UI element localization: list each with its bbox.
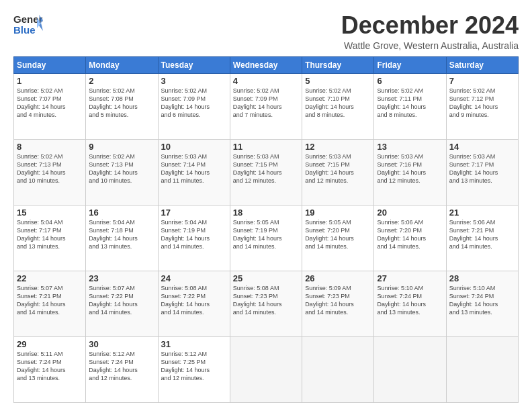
day-number: 17 xyxy=(161,208,227,218)
day-info: Sunrise: 5:02 AM Sunset: 7:13 PM Dayligh… xyxy=(17,152,83,185)
day-number: 7 xyxy=(449,76,515,86)
table-row: 19Sunrise: 5:05 AM Sunset: 7:20 PM Dayli… xyxy=(302,205,374,271)
table-row: 1Sunrise: 5:02 AM Sunset: 7:07 PM Daylig… xyxy=(14,73,86,139)
day-info: Sunrise: 5:03 AM Sunset: 7:17 PM Dayligh… xyxy=(449,152,515,185)
day-info: Sunrise: 5:02 AM Sunset: 7:09 PM Dayligh… xyxy=(161,87,227,120)
table-row: 3Sunrise: 5:02 AM Sunset: 7:09 PM Daylig… xyxy=(158,73,230,139)
table-row: 22Sunrise: 5:07 AM Sunset: 7:21 PM Dayli… xyxy=(14,271,86,336)
table-row xyxy=(446,336,518,402)
table-row: 18Sunrise: 5:05 AM Sunset: 7:19 PM Dayli… xyxy=(230,205,302,271)
table-row: 10Sunrise: 5:03 AM Sunset: 7:14 PM Dayli… xyxy=(158,139,230,205)
day-info: Sunrise: 5:07 AM Sunset: 7:22 PM Dayligh… xyxy=(89,284,154,317)
day-number: 3 xyxy=(161,76,227,86)
table-row: 12Sunrise: 5:03 AM Sunset: 7:15 PM Dayli… xyxy=(302,139,374,205)
svg-text:Blue: Blue xyxy=(13,24,36,36)
day-info: Sunrise: 5:03 AM Sunset: 7:15 PM Dayligh… xyxy=(233,152,299,185)
day-number: 30 xyxy=(89,339,154,349)
day-number: 10 xyxy=(161,142,227,152)
col-saturday: Saturday xyxy=(446,56,518,73)
day-number: 19 xyxy=(305,208,371,218)
table-row: 21Sunrise: 5:06 AM Sunset: 7:21 PM Dayli… xyxy=(446,205,518,271)
day-number: 28 xyxy=(449,273,515,283)
table-row: 29Sunrise: 5:11 AM Sunset: 7:24 PM Dayli… xyxy=(14,336,86,402)
table-row xyxy=(230,336,302,402)
day-info: Sunrise: 5:05 AM Sunset: 7:19 PM Dayligh… xyxy=(233,218,299,251)
day-info: Sunrise: 5:09 AM Sunset: 7:23 PM Dayligh… xyxy=(305,284,371,317)
day-info: Sunrise: 5:10 AM Sunset: 7:24 PM Dayligh… xyxy=(377,284,443,317)
table-row: 17Sunrise: 5:04 AM Sunset: 7:19 PM Dayli… xyxy=(158,205,230,271)
day-number: 8 xyxy=(17,142,83,152)
calendar-week-4: 22Sunrise: 5:07 AM Sunset: 7:21 PM Dayli… xyxy=(14,271,519,336)
calendar-table: Sunday Monday Tuesday Wednesday Thursday… xyxy=(13,56,519,403)
day-info: Sunrise: 5:12 AM Sunset: 7:25 PM Dayligh… xyxy=(161,350,227,383)
table-row: 15Sunrise: 5:04 AM Sunset: 7:17 PM Dayli… xyxy=(14,205,86,271)
day-number: 2 xyxy=(89,76,154,86)
table-row: 23Sunrise: 5:07 AM Sunset: 7:22 PM Dayli… xyxy=(86,271,158,336)
day-info: Sunrise: 5:06 AM Sunset: 7:20 PM Dayligh… xyxy=(377,218,443,251)
day-number: 26 xyxy=(305,273,371,283)
calendar-week-1: 1Sunrise: 5:02 AM Sunset: 7:07 PM Daylig… xyxy=(14,73,519,139)
col-sunday: Sunday xyxy=(14,56,86,73)
table-row: 8Sunrise: 5:02 AM Sunset: 7:13 PM Daylig… xyxy=(14,139,86,205)
day-number: 14 xyxy=(449,142,515,152)
col-tuesday: Tuesday xyxy=(158,56,230,73)
calendar-week-2: 8Sunrise: 5:02 AM Sunset: 7:13 PM Daylig… xyxy=(14,139,519,205)
day-number: 1 xyxy=(17,76,83,86)
day-info: Sunrise: 5:10 AM Sunset: 7:24 PM Dayligh… xyxy=(449,284,515,317)
month-title: December 2024 xyxy=(341,12,519,39)
table-row: 7Sunrise: 5:02 AM Sunset: 7:12 PM Daylig… xyxy=(446,73,518,139)
day-info: Sunrise: 5:04 AM Sunset: 7:19 PM Dayligh… xyxy=(161,218,227,251)
day-number: 11 xyxy=(233,142,299,152)
day-info: Sunrise: 5:03 AM Sunset: 7:15 PM Dayligh… xyxy=(305,152,371,185)
day-number: 16 xyxy=(89,208,154,218)
day-info: Sunrise: 5:08 AM Sunset: 7:22 PM Dayligh… xyxy=(161,284,227,317)
table-row: 31Sunrise: 5:12 AM Sunset: 7:25 PM Dayli… xyxy=(158,336,230,402)
table-row: 2Sunrise: 5:02 AM Sunset: 7:08 PM Daylig… xyxy=(86,73,158,139)
day-info: Sunrise: 5:02 AM Sunset: 7:07 PM Dayligh… xyxy=(17,87,83,120)
day-number: 22 xyxy=(17,273,83,283)
day-info: Sunrise: 5:02 AM Sunset: 7:13 PM Dayligh… xyxy=(89,152,154,185)
table-row: 30Sunrise: 5:12 AM Sunset: 7:24 PM Dayli… xyxy=(86,336,158,402)
day-info: Sunrise: 5:03 AM Sunset: 7:16 PM Dayligh… xyxy=(377,152,443,185)
table-row xyxy=(374,336,446,402)
day-info: Sunrise: 5:02 AM Sunset: 7:09 PM Dayligh… xyxy=(233,87,299,120)
table-row: 5Sunrise: 5:02 AM Sunset: 7:10 PM Daylig… xyxy=(302,73,374,139)
day-number: 18 xyxy=(233,208,299,218)
table-row: 28Sunrise: 5:10 AM Sunset: 7:24 PM Dayli… xyxy=(446,271,518,336)
header-row: Sunday Monday Tuesday Wednesday Thursday… xyxy=(14,56,519,73)
day-number: 31 xyxy=(161,339,227,349)
day-info: Sunrise: 5:02 AM Sunset: 7:11 PM Dayligh… xyxy=(377,87,443,120)
day-info: Sunrise: 5:02 AM Sunset: 7:08 PM Dayligh… xyxy=(89,87,154,120)
calendar-week-5: 29Sunrise: 5:11 AM Sunset: 7:24 PM Dayli… xyxy=(14,336,519,402)
day-number: 12 xyxy=(305,142,371,152)
table-row: 27Sunrise: 5:10 AM Sunset: 7:24 PM Dayli… xyxy=(374,271,446,336)
table-row: 16Sunrise: 5:04 AM Sunset: 7:18 PM Dayli… xyxy=(86,205,158,271)
header: General Blue December 2024 Wattle Grove,… xyxy=(13,12,519,51)
day-number: 4 xyxy=(233,76,299,86)
table-row xyxy=(302,336,374,402)
calendar-week-3: 15Sunrise: 5:04 AM Sunset: 7:17 PM Dayli… xyxy=(14,205,519,271)
table-row: 11Sunrise: 5:03 AM Sunset: 7:15 PM Dayli… xyxy=(230,139,302,205)
day-number: 29 xyxy=(17,339,83,349)
day-number: 9 xyxy=(89,142,154,152)
day-info: Sunrise: 5:11 AM Sunset: 7:24 PM Dayligh… xyxy=(17,350,83,383)
table-row: 24Sunrise: 5:08 AM Sunset: 7:22 PM Dayli… xyxy=(158,271,230,336)
day-number: 6 xyxy=(377,76,443,86)
table-row: 13Sunrise: 5:03 AM Sunset: 7:16 PM Dayli… xyxy=(374,139,446,205)
col-thursday: Thursday xyxy=(302,56,374,73)
day-info: Sunrise: 5:03 AM Sunset: 7:14 PM Dayligh… xyxy=(161,152,227,185)
day-info: Sunrise: 5:04 AM Sunset: 7:18 PM Dayligh… xyxy=(89,218,154,251)
title-section: December 2024 Wattle Grove, Western Aust… xyxy=(341,12,519,51)
day-info: Sunrise: 5:05 AM Sunset: 7:20 PM Dayligh… xyxy=(305,218,371,251)
day-info: Sunrise: 5:12 AM Sunset: 7:24 PM Dayligh… xyxy=(89,350,154,383)
day-info: Sunrise: 5:04 AM Sunset: 7:17 PM Dayligh… xyxy=(17,218,83,251)
col-monday: Monday xyxy=(86,56,158,73)
table-row: 26Sunrise: 5:09 AM Sunset: 7:23 PM Dayli… xyxy=(302,271,374,336)
day-number: 5 xyxy=(305,76,371,86)
table-row: 14Sunrise: 5:03 AM Sunset: 7:17 PM Dayli… xyxy=(446,139,518,205)
page: General Blue December 2024 Wattle Grove,… xyxy=(0,0,532,411)
logo-icon: General Blue xyxy=(13,12,43,36)
day-info: Sunrise: 5:06 AM Sunset: 7:21 PM Dayligh… xyxy=(449,218,515,251)
day-number: 20 xyxy=(377,208,443,218)
day-number: 27 xyxy=(377,273,443,283)
